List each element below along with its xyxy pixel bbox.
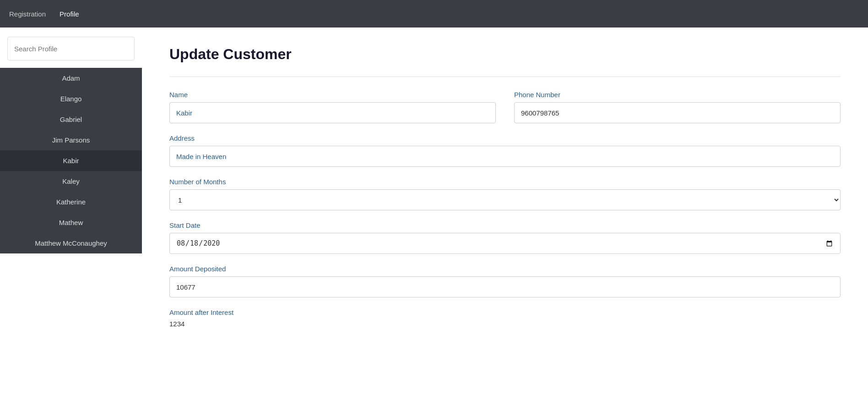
main-content: Update Customer Name Phone Number Addres… [142, 28, 868, 418]
start-date-input[interactable] [169, 233, 841, 254]
nav-profile[interactable]: Profile [60, 10, 79, 18]
phone-input[interactable] [514, 102, 841, 123]
name-group: Name [169, 91, 496, 123]
phone-label: Phone Number [514, 91, 841, 99]
name-phone-row: Name Phone Number [169, 91, 841, 123]
name-label: Name [169, 91, 496, 99]
customer-item-kaley[interactable]: Kaley [0, 171, 142, 192]
nav-registration[interactable]: Registration [9, 10, 46, 18]
search-container [0, 37, 142, 68]
amount-after-interest-section: Amount after Interest 1234 [169, 308, 841, 328]
amount-after-interest-value: 1234 [169, 320, 841, 328]
search-input[interactable] [7, 37, 135, 60]
customer-list: AdamElangoGabrielJim ParsonsKabirKaleyKa… [0, 68, 142, 253]
amount-deposited-label: Amount Deposited [169, 265, 841, 273]
main-layout: AdamElangoGabrielJim ParsonsKabirKaleyKa… [0, 28, 868, 418]
months-row: Number of Months 123612 [169, 178, 841, 210]
amount-deposited-input[interactable] [169, 276, 841, 297]
months-group: Number of Months 123612 [169, 178, 841, 210]
amount-after-interest-label: Amount after Interest [169, 308, 841, 316]
months-select[interactable]: 123612 [169, 189, 841, 210]
customer-item-gabriel[interactable]: Gabriel [0, 109, 142, 130]
navbar: Registration Profile [0, 0, 868, 28]
address-input[interactable] [169, 146, 841, 167]
customer-item-matthew-mcconaughey[interactable]: Matthew McConaughey [0, 233, 142, 253]
sidebar: AdamElangoGabrielJim ParsonsKabirKaleyKa… [0, 28, 142, 418]
phone-group: Phone Number [514, 91, 841, 123]
divider [169, 77, 841, 77]
customer-item-jim-parsons[interactable]: Jim Parsons [0, 130, 142, 150]
customer-item-kabir[interactable]: Kabir [0, 150, 142, 171]
amount-deposited-group: Amount Deposited [169, 265, 841, 297]
customer-item-mathew[interactable]: Mathew [0, 212, 142, 233]
customer-item-elango[interactable]: Elango [0, 88, 142, 109]
months-label: Number of Months [169, 178, 841, 186]
start-date-label: Start Date [169, 221, 841, 229]
amount-deposited-row: Amount Deposited [169, 265, 841, 297]
customer-item-adam[interactable]: Adam [0, 68, 142, 88]
start-date-group: Start Date [169, 221, 841, 254]
name-input[interactable] [169, 102, 496, 123]
address-label: Address [169, 134, 841, 142]
address-row: Address [169, 134, 841, 167]
page-title: Update Customer [169, 46, 841, 63]
address-group: Address [169, 134, 841, 167]
customer-item-katherine[interactable]: Katherine [0, 192, 142, 212]
start-date-row: Start Date [169, 221, 841, 254]
